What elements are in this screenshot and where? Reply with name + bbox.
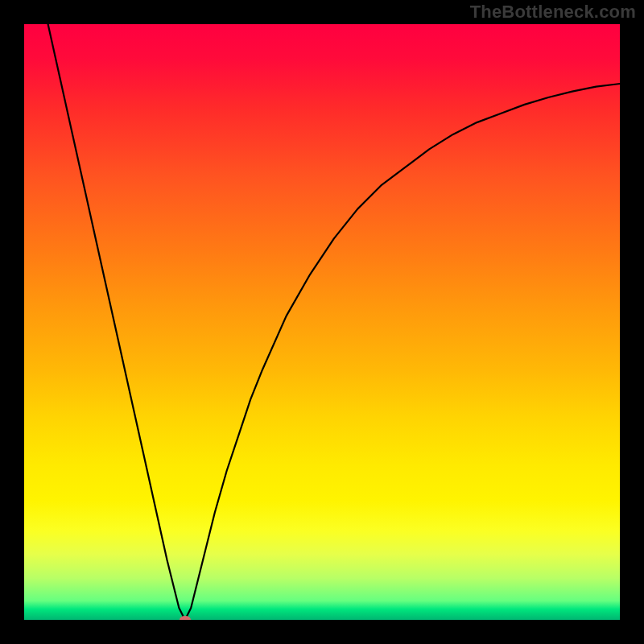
- bottleneck-curve: [24, 24, 620, 620]
- plot-area: [24, 24, 620, 620]
- chart-frame: TheBottleneck.com: [0, 0, 644, 644]
- watermark-text: TheBottleneck.com: [470, 2, 636, 23]
- optimal-point-marker: [180, 616, 191, 620]
- curve-path: [48, 24, 620, 620]
